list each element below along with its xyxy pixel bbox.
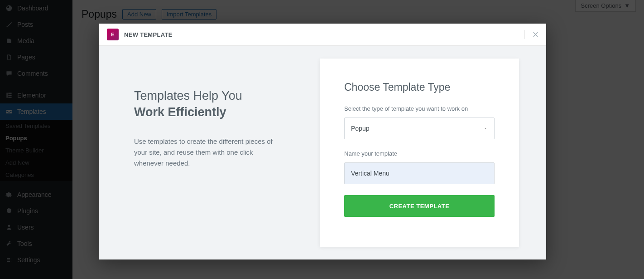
modal-headline: Templates Help You Work Efficiently (134, 88, 297, 121)
modal-header: E NEW TEMPLATE (99, 24, 546, 46)
new-template-modal: E NEW TEMPLATE Templates Help You Work E… (99, 24, 546, 259)
form-title: Choose Template Type (344, 81, 495, 93)
close-icon[interactable] (524, 30, 538, 39)
modal-form-panel: Choose Template Type Select the type of … (320, 59, 519, 247)
modal-body: Templates Help You Work Efficiently Use … (99, 46, 546, 259)
create-template-button[interactable]: CREATE TEMPLATE (344, 195, 495, 217)
headline-line2: Work Efficiently (134, 104, 297, 120)
template-type-select[interactable]: Popup (344, 117, 495, 139)
elementor-logo-icon: E (107, 29, 119, 40)
modal-header-left: E NEW TEMPLATE (107, 29, 173, 40)
modal-description: Use templates to create the different pi… (134, 136, 274, 169)
name-label: Name your template (344, 150, 495, 157)
modal-title: NEW TEMPLATE (124, 31, 173, 38)
headline-line1: Templates Help You (134, 89, 242, 103)
template-name-input[interactable] (344, 162, 495, 184)
type-label: Select the type of template you want to … (344, 105, 495, 112)
modal-info-panel: Templates Help You Work Efficiently Use … (99, 46, 320, 259)
